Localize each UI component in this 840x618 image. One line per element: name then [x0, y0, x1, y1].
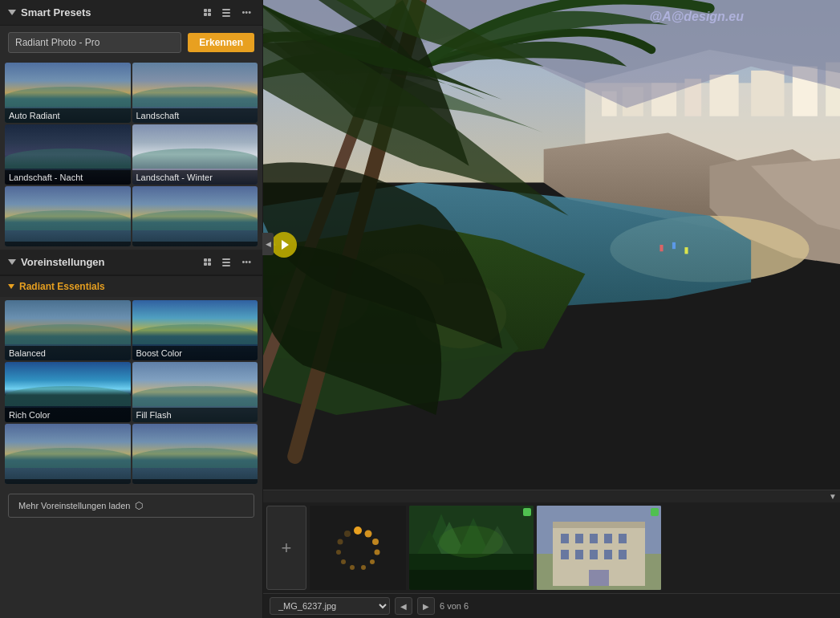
preset-essentials-extra-2[interactable]	[132, 424, 258, 484]
svg-point-27	[354, 527, 362, 535]
next-arrow-icon	[282, 240, 289, 250]
svg-rect-53	[575, 534, 583, 543]
svg-point-30	[375, 549, 380, 555]
filmstrip-thumb-forest[interactable]	[409, 506, 534, 590]
next-image-button[interactable]	[271, 232, 297, 258]
filename-dropdown[interactable]: _MG_6237.jpg	[270, 597, 390, 615]
svg-rect-51	[553, 522, 645, 528]
svg-point-36	[338, 539, 343, 544]
preset-extra-2[interactable]	[132, 186, 258, 246]
vorein-more-icon[interactable]: •••	[238, 256, 254, 268]
svg-rect-45	[409, 570, 534, 590]
svg-point-37	[344, 531, 351, 537]
svg-rect-61	[619, 550, 627, 559]
main-photo-svg	[263, 0, 840, 490]
svg-point-32	[361, 565, 366, 570]
svg-rect-18	[672, 242, 676, 249]
vorein-list-icon[interactable]	[219, 257, 233, 268]
svg-rect-7	[751, 71, 784, 116]
next-icon: ▶	[423, 602, 429, 611]
preset-landschaft[interactable]: Landschaft	[132, 63, 258, 123]
svg-rect-57	[561, 550, 569, 559]
prev-button[interactable]: ◀	[395, 597, 412, 615]
svg-rect-56	[619, 534, 627, 543]
svg-rect-6	[709, 75, 738, 116]
prev-icon: ◀	[400, 602, 407, 611]
collapse-sidebar-button[interactable]: ◀	[262, 233, 274, 255]
filmstrip-add-button[interactable]: +	[266, 506, 306, 590]
filmstrip-loading-spinner	[310, 506, 406, 590]
preset-rich-color[interactable]: Rich Color	[5, 362, 131, 422]
svg-rect-60	[604, 550, 612, 559]
svg-rect-55	[604, 534, 612, 543]
preset-profile-dropdown[interactable]: Radiant Photo - Pro	[8, 32, 181, 53]
radiant-essentials-title: Radiant Essentials	[19, 281, 105, 292]
spinner-svg	[334, 524, 382, 572]
main-image-view: @A@design.eu	[263, 0, 840, 490]
svg-rect-62	[589, 570, 609, 586]
svg-point-29	[372, 539, 379, 545]
essentials-presets-grid: Balanced Boost Color Rich Color Fill Fla…	[0, 297, 262, 487]
preset-landschaft-winter[interactable]: Landschaft - Winter	[132, 124, 258, 185]
grid-view-icon[interactable]	[201, 7, 214, 18]
smart-presets-toggle-icon[interactable]	[8, 10, 16, 15]
page-count: 6 von 6	[440, 601, 469, 611]
radiant-essentials-header: Radiant Essentials	[0, 275, 262, 297]
main-area: @A@design.eu ▼ +	[263, 0, 840, 618]
svg-point-28	[365, 530, 372, 537]
svg-rect-54	[590, 534, 598, 543]
erkennen-button[interactable]: Erkennen	[188, 33, 254, 52]
svg-rect-59	[590, 550, 598, 559]
external-link-icon: ⬡	[135, 500, 143, 511]
svg-rect-19	[684, 247, 688, 254]
svg-point-46	[439, 526, 503, 558]
add-icon: +	[282, 538, 292, 559]
preset-essentials-extra-1[interactable]	[5, 424, 131, 484]
sidebar: Smart Presets ••• Radiant Photo - Pro Er…	[0, 0, 263, 618]
vorein-grid-icon[interactable]	[201, 257, 214, 267]
smart-presets-grid: Auto Radiant Landschaft Landschaft - Nac…	[0, 59, 262, 250]
filmstrip-top-bar: ▼	[263, 490, 840, 502]
voreinstellungen-header: Voreinstellungen •••	[0, 250, 262, 275]
watermark-text: @A@design.eu	[650, 10, 744, 24]
preset-landschaft-nacht[interactable]: Landschaft - Nacht	[5, 124, 131, 185]
essentials-toggle-icon[interactable]	[8, 284, 14, 289]
smart-presets-header: Smart Presets •••	[0, 0, 262, 26]
next-button[interactable]: ▶	[417, 597, 435, 615]
svg-point-34	[341, 559, 346, 564]
preset-fill-flash[interactable]: Fill Flash	[132, 362, 258, 422]
svg-point-33	[350, 565, 355, 570]
preset-auto-radiant[interactable]: Auto Radiant	[5, 63, 131, 123]
voreinstellungen-toggle-icon[interactable]	[8, 259, 16, 265]
preset-balanced[interactable]: Balanced	[5, 300, 131, 360]
building-thumb-svg	[537, 506, 661, 590]
svg-point-31	[370, 559, 375, 564]
filmstrip-area: ▼ +	[263, 490, 840, 618]
forest-thumb-svg	[409, 506, 534, 590]
filmstrip-row: +	[263, 502, 840, 593]
svg-point-35	[336, 550, 341, 555]
bottom-bar: _MG_6237.jpg ◀ ▶ 6 von 6	[263, 593, 840, 618]
voreinstellungen-title: Voreinstellungen	[21, 256, 196, 268]
svg-rect-17	[659, 245, 663, 251]
smart-presets-title: Smart Presets	[21, 6, 196, 18]
forest-thumb-badge	[523, 508, 531, 516]
more-options-icon[interactable]: •••	[238, 6, 254, 18]
controls-row: Radiant Photo - Pro Erkennen	[0, 26, 262, 59]
svg-rect-52	[561, 534, 569, 543]
svg-rect-58	[575, 550, 583, 559]
list-view-icon[interactable]	[219, 7, 233, 18]
load-more-button[interactable]: Mehr Voreinstellungen laden ⬡	[8, 494, 254, 518]
building-thumb-badge	[651, 508, 659, 516]
preset-boost-color[interactable]: Boost Color	[132, 300, 258, 360]
preset-extra-1[interactable]	[5, 186, 131, 246]
filmstrip-expand-icon[interactable]: ▼	[829, 492, 837, 501]
filmstrip-thumb-building[interactable]	[537, 506, 661, 590]
